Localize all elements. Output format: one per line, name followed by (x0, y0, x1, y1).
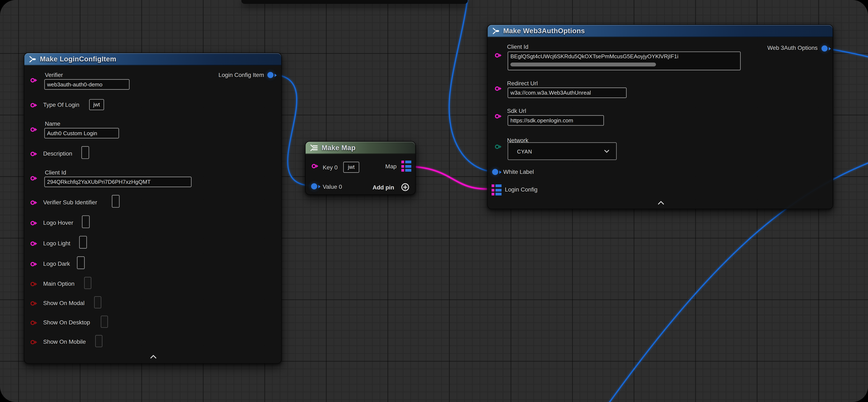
redirect-url-field[interactable]: w3a://com.w3a.Web3AuthUnreal (507, 87, 627, 98)
map-output-pin[interactable] (401, 161, 411, 172)
web-3auth-options-output-pin[interactable] (822, 46, 828, 52)
show-on-desktop-pin[interactable] (30, 321, 35, 325)
pin-label-description: Description (43, 150, 72, 157)
type-of-login-pin[interactable] (30, 103, 35, 108)
pin-label-client-id: Client Id (507, 43, 529, 50)
pin-label-logo-light: Logo Light (43, 240, 70, 247)
output-pin-label: Login Config Item (218, 71, 264, 78)
network-dropdown[interactable]: CYAN (507, 142, 617, 160)
verifier-sub-identifier-pin[interactable] (30, 200, 35, 205)
logo-light-pin[interactable] (30, 241, 35, 246)
name-field[interactable]: Auth0 Custom Login (44, 128, 119, 138)
node-header-make-web3authoptions[interactable]: Make Web3AuthOptions (488, 25, 833, 37)
logo-dark-field[interactable] (77, 256, 85, 269)
verifier-sub-identifier-field[interactable] (112, 195, 120, 208)
add-pin-button[interactable]: Add pin (372, 184, 394, 191)
client-id-scrollbar[interactable] (510, 63, 656, 66)
pin-label-verifier: Verifier (45, 71, 63, 78)
screen-background: Make LoginConfigItem Login Config Item V… (0, 0, 868, 402)
key-0-pin[interactable] (312, 164, 316, 168)
pin-label-show-on-desktop: Show On Desktop (43, 319, 90, 326)
pin-label-key-0: Key 0 (323, 164, 338, 171)
pin-label-main-option: Main Option (43, 280, 74, 287)
logo-hover-pin[interactable] (30, 221, 35, 225)
pin-label-sdk-url: Sdk Url (507, 108, 526, 114)
name-pin[interactable] (30, 127, 35, 132)
main-option-pin[interactable] (30, 282, 35, 286)
pin-label-value-0: Value 0 (323, 183, 342, 190)
network-pin[interactable] (495, 144, 499, 149)
node-make-map[interactable]: Make Map Key 0 jwt Map Value 0 Add pin (305, 141, 416, 195)
show-on-mobile-checkbox[interactable] (95, 335, 102, 347)
chevron-down-icon (604, 149, 610, 153)
make-container-icon (309, 144, 318, 152)
pin-label-show-on-mobile: Show On Mobile (43, 338, 86, 345)
pin-label-type-of-login: Type Of Login (43, 101, 80, 108)
sdk-url-field[interactable]: https://sdk.openlogin.com (507, 115, 604, 126)
pin-label-logo-hover: Logo Hover (43, 219, 73, 226)
description-pin[interactable] (30, 152, 35, 156)
output-pin-label: Web 3Auth Options (767, 45, 817, 51)
pin-label-redirect-url: Redirect Url (507, 80, 538, 86)
sdk-url-pin[interactable] (495, 114, 499, 119)
node-title: Make Web3AuthOptions (503, 27, 585, 35)
client-id-pin[interactable] (30, 176, 35, 180)
description-field[interactable] (81, 146, 89, 159)
collapse-chevron-icon[interactable] (658, 201, 664, 205)
verifier-pin[interactable] (30, 78, 35, 82)
offscreen-node-fragment[interactable] (241, 0, 468, 4)
pin-label-show-on-modal: Show On Modal (43, 299, 85, 306)
key-0-field[interactable]: jwt (343, 162, 359, 173)
show-on-modal-checkbox[interactable] (94, 296, 101, 309)
network-dropdown-value: CYAN (517, 143, 532, 160)
output-pin-label: Map (385, 163, 397, 169)
login-config-pin[interactable] (492, 184, 501, 196)
pin-label-white-label: White Label (503, 168, 534, 175)
client-id-field[interactable]: 294QRkchfq2YaXUbPri7D6PH7xzHgQMT (44, 177, 192, 187)
login-config-item-output-pin[interactable] (268, 72, 274, 78)
make-struct-icon (28, 55, 36, 63)
add-pin-plus-icon[interactable] (401, 183, 410, 192)
show-on-desktop-checkbox[interactable] (101, 316, 108, 328)
node-title: Make LoginConfigItem (40, 55, 116, 63)
pin-label-verifier-sub-identifier: Verifier Sub Identifier (43, 199, 97, 205)
collapse-chevron-icon[interactable] (150, 355, 157, 359)
logo-hover-field[interactable] (82, 215, 90, 228)
pin-label-name: Name (45, 120, 60, 127)
client-id-field[interactable]: BEglQSgt4cUWcj6SKRdu5QkOXTsePmMcusG5EAoy… (507, 52, 741, 70)
client-id-pin[interactable] (495, 53, 499, 58)
logo-light-field[interactable] (79, 236, 87, 249)
node-header-make-loginconfigitem[interactable]: Make LoginConfigItem (24, 53, 281, 65)
pin-label-login-config: Login Config (505, 186, 537, 193)
blueprint-graph-canvas[interactable]: Make LoginConfigItem Login Config Item V… (0, 0, 868, 402)
white-label-pin[interactable] (492, 169, 498, 175)
type-of-login-field[interactable]: jwt (89, 99, 104, 110)
node-header-make-map[interactable]: Make Map (306, 142, 415, 154)
show-on-mobile-pin[interactable] (30, 340, 35, 344)
node-make-web3authoptions[interactable]: Make Web3AuthOptions Web 3Auth Options C… (487, 24, 833, 209)
node-make-loginconfigitem[interactable]: Make LoginConfigItem Login Config Item V… (24, 53, 282, 364)
logo-dark-pin[interactable] (30, 262, 35, 266)
show-on-modal-pin[interactable] (30, 301, 35, 306)
node-title: Make Map (321, 144, 355, 152)
value-0-pin[interactable] (311, 183, 317, 190)
main-option-checkbox[interactable] (84, 277, 91, 289)
make-struct-icon (492, 27, 500, 35)
pin-label-logo-dark: Logo Dark (43, 260, 70, 267)
pin-label-client-id: Client Id (45, 169, 66, 176)
redirect-url-pin[interactable] (495, 86, 499, 91)
verifier-field[interactable]: web3auth-auth0-demo (44, 79, 130, 90)
